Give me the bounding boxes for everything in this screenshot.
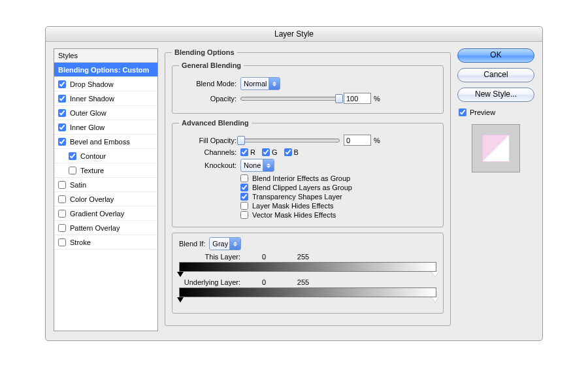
underlying-hi: 255 (284, 278, 323, 286)
style-row-texture[interactable]: Texture (54, 163, 157, 178)
blending-options-panel: Blending Options General Blending Blend … (165, 48, 451, 331)
percent-sign: % (374, 137, 380, 144)
styles-panel: Styles Blending Options: CustomDrop Shad… (54, 48, 158, 331)
style-label: Satin (70, 181, 86, 189)
blending-options-group: Blending Options General Blending Blend … (165, 48, 451, 326)
style-checkbox[interactable] (58, 80, 66, 88)
style-label: Contour (80, 152, 106, 160)
style-row-drop-shadow[interactable]: Drop Shadow (54, 77, 157, 91)
preview-swatch-icon (482, 135, 510, 162)
slider-handle-icon[interactable] (432, 272, 438, 277)
channel-r-label: R (250, 148, 255, 156)
style-label: Drop Shadow (70, 80, 114, 88)
style-label: Blending Options: Custom (58, 66, 149, 74)
stepper-icon (229, 238, 240, 250)
preview-label: Preview (470, 108, 495, 116)
style-label: Pattern Overlay (70, 224, 120, 232)
style-checkbox[interactable] (69, 152, 76, 160)
style-row-satin[interactable]: Satin (54, 178, 157, 192)
slider-handle-icon[interactable] (177, 272, 184, 277)
style-label: Inner Glow (70, 123, 105, 131)
opacity-input[interactable] (344, 93, 371, 104)
style-label: Gradient Overlay (70, 210, 124, 218)
fill-opacity-slider[interactable] (240, 139, 340, 142)
dialog-button-column: OK Cancel New Style... Preview (457, 48, 534, 331)
blend-interior-checkbox[interactable] (240, 174, 248, 182)
slider-handle-icon[interactable] (177, 297, 184, 302)
channel-b-label: B (294, 148, 299, 156)
style-row-bevel-and-emboss[interactable]: Bevel and Emboss (54, 135, 157, 149)
transparency-shapes-label: Transparency Shapes Layer (252, 193, 342, 201)
blend-clipped-checkbox[interactable] (240, 184, 248, 191)
styles-header[interactable]: Styles (54, 49, 157, 63)
dialog-title: Layer Style (46, 27, 542, 42)
style-label: Inner Shadow (70, 95, 114, 103)
knockout-select[interactable]: None (240, 159, 274, 172)
style-row-inner-glow[interactable]: Inner Glow (54, 120, 157, 135)
stepper-icon (263, 159, 274, 171)
this-layer-lo: 0 (244, 253, 284, 261)
general-blending-group: General Blending Blend Mode: Normal Opac… (172, 61, 444, 114)
channel-r-checkbox[interactable] (240, 148, 248, 156)
blend-if-group: Blend If: Gray This Layer: 0 255 (172, 233, 444, 314)
style-checkbox[interactable] (58, 123, 66, 131)
underlying-lo: 0 (244, 278, 284, 286)
blend-if-label: Blend If: (179, 240, 209, 248)
transparency-shapes-checkbox[interactable] (240, 193, 248, 201)
style-checkbox[interactable] (58, 195, 66, 203)
ok-button[interactable]: OK (457, 48, 534, 63)
style-checkbox[interactable] (69, 167, 76, 174)
style-checkbox[interactable] (58, 224, 66, 232)
slider-handle-icon[interactable] (432, 297, 438, 302)
this-layer-gradient[interactable] (179, 262, 436, 272)
advanced-blending-legend: Advanced Blending (179, 119, 252, 127)
fill-opacity-input[interactable] (344, 135, 371, 146)
style-row-color-overlay[interactable]: Color Overlay (54, 192, 157, 206)
style-row-pattern-overlay[interactable]: Pattern Overlay (54, 221, 157, 235)
style-row-blending-options-custom[interactable]: Blending Options: Custom (54, 63, 157, 77)
knockout-label: Knockout: (179, 161, 240, 169)
cancel-button[interactable]: Cancel (457, 68, 534, 82)
vector-mask-hides-label: Vector Mask Hides Effects (252, 211, 336, 219)
layer-mask-hides-label: Layer Mask Hides Effects (252, 202, 334, 210)
percent-sign: % (374, 95, 380, 103)
style-label: Texture (80, 167, 104, 174)
channel-g-label: G (272, 148, 278, 156)
style-row-inner-shadow[interactable]: Inner Shadow (54, 91, 157, 106)
channel-b-checkbox[interactable] (284, 148, 292, 156)
style-checkbox[interactable] (58, 238, 66, 246)
layer-mask-hides-checkbox[interactable] (240, 202, 248, 210)
style-checkbox[interactable] (58, 109, 66, 117)
style-row-gradient-overlay[interactable]: Gradient Overlay (54, 206, 157, 221)
underlying-layer-gradient[interactable] (179, 287, 436, 297)
preview-checkbox[interactable] (459, 108, 466, 116)
blend-mode-label: Blend Mode: (179, 80, 240, 88)
style-label: Color Overlay (70, 195, 114, 203)
style-row-contour[interactable]: Contour (54, 149, 157, 163)
style-label: Bevel and Emboss (70, 138, 130, 146)
this-layer-label: This Layer: (179, 253, 244, 261)
underlying-layer-label: Underlying Layer: (179, 278, 244, 286)
style-checkbox[interactable] (58, 181, 66, 189)
blend-clipped-label: Blend Clipped Layers as Group (252, 184, 352, 191)
blend-mode-select[interactable]: Normal (240, 77, 280, 90)
vector-mask-hides-checkbox[interactable] (240, 211, 248, 219)
advanced-blending-group: Advanced Blending Fill Opacity: % Channe… (172, 119, 444, 227)
blend-interior-label: Blend Interior Effects as Group (252, 174, 350, 182)
opacity-slider[interactable] (240, 97, 340, 101)
new-style-button[interactable]: New Style... (457, 88, 534, 102)
opacity-label: Opacity: (179, 95, 240, 103)
stepper-icon (269, 78, 280, 90)
preview-thumbnail (472, 124, 520, 172)
style-row-outer-glow[interactable]: Outer Glow (54, 106, 157, 120)
channel-g-checkbox[interactable] (262, 148, 270, 156)
this-layer-hi: 255 (284, 253, 323, 261)
fill-opacity-label: Fill Opacity: (179, 137, 240, 144)
style-checkbox[interactable] (58, 138, 66, 146)
style-checkbox[interactable] (58, 95, 66, 103)
blending-options-legend: Blending Options (172, 48, 237, 56)
general-blending-legend: General Blending (179, 61, 244, 69)
style-checkbox[interactable] (58, 210, 66, 218)
blend-if-channel-select[interactable]: Gray (209, 237, 241, 250)
style-row-stroke[interactable]: Stroke (54, 235, 157, 250)
